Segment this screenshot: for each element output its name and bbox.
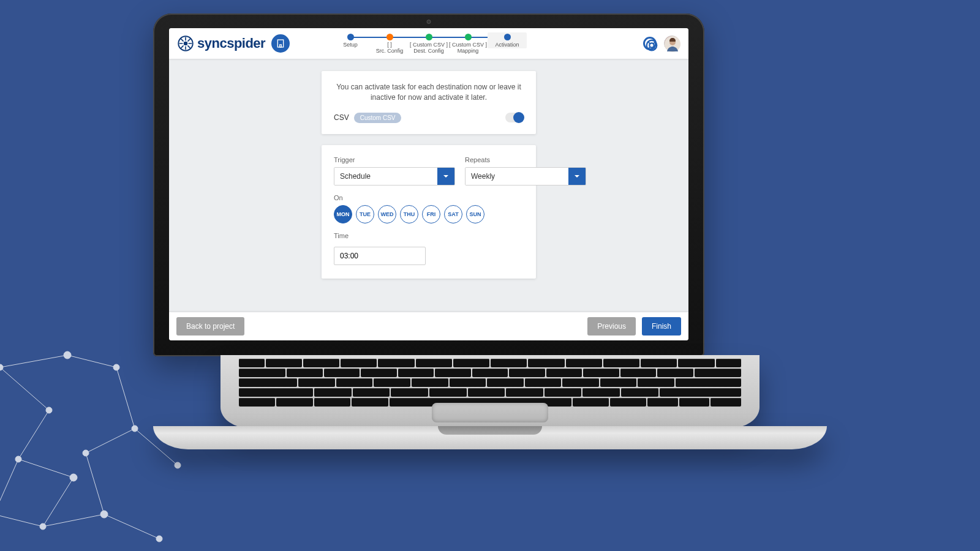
spider-icon [178,36,194,51]
svg-line-8 [67,355,116,367]
svg-point-23 [64,351,71,359]
trigger-select[interactable] [334,167,455,186]
svg-point-16 [15,456,21,462]
day-thu[interactable]: THU [400,205,418,223]
finish-button[interactable]: Finish [642,317,681,335]
svg-rect-42 [280,45,282,47]
laptop-keyboard [221,355,760,429]
step-label: Activation [495,42,519,48]
top-bar: syncspider Setup [ [169,28,688,59]
time-input[interactable] [334,247,426,265]
svg-point-17 [70,474,77,481]
wizard-stepper: Setup [ ] Src. Config [ Custom CSV ] Des… [331,32,527,54]
help-icon[interactable] [643,37,657,50]
destination-row: CSV Custom CSV [334,113,524,123]
back-to-project-button[interactable]: Back to project [176,317,244,335]
svg-point-25 [156,536,162,542]
svg-line-4 [43,514,104,527]
building-icon [276,39,285,48]
svg-line-46 [654,42,656,44]
time-label: Time [334,232,524,239]
day-picker: MON TUE WED THU FRI SAT SUN [334,205,524,223]
svg-line-35 [188,39,190,41]
svg-line-13 [0,514,43,527]
svg-point-24 [175,462,181,468]
svg-line-48 [654,47,656,50]
organization-button[interactable] [271,34,290,53]
activation-card: You can activate task for each destinati… [322,71,536,134]
svg-rect-37 [278,40,284,47]
on-label: On [334,194,524,201]
laptop-mockup: syncspider Setup [ [153,13,827,449]
svg-line-3 [43,478,74,527]
day-sun[interactable]: SUN [466,205,484,223]
step-label: Setup [343,42,358,48]
step-label: [ ] Src. Config [376,42,404,54]
svg-line-5 [86,453,104,514]
wizard-footer: Back to project Previous Finish [169,312,688,340]
trigger-field: Trigger [334,156,455,186]
avatar-icon [665,36,680,52]
chevron-down-icon [437,168,454,185]
repeats-value[interactable] [466,168,568,185]
content-area: You can activate task for each destinati… [169,59,688,312]
step-dest-config[interactable]: [ Custom CSV ] Dest. Config [409,32,448,54]
previous-button[interactable]: Previous [587,317,636,335]
svg-line-36 [181,46,183,48]
svg-line-1 [18,410,49,459]
svg-point-44 [649,43,654,47]
svg-point-20 [83,450,89,456]
repeats-label: Repeats [465,156,586,163]
step-mapping[interactable]: [ Custom CSV ] Mapping [448,32,488,54]
brand-logo[interactable]: syncspider [178,36,265,51]
trackpad [432,403,548,422]
svg-line-7 [116,367,135,429]
trigger-label: Trigger [334,156,455,163]
svg-point-28 [184,42,188,46]
day-mon[interactable]: MON [334,205,352,223]
step-setup[interactable]: Setup [331,32,370,48]
day-tue[interactable]: TUE [356,205,374,223]
step-label: [ Custom CSV ] Dest. Config [410,42,448,54]
svg-line-33 [181,39,183,41]
chevron-down-icon [568,168,586,185]
svg-line-45 [648,42,650,44]
svg-line-12 [0,459,18,514]
lifebuoy-icon [645,39,658,52]
day-wed[interactable]: WED [378,205,396,223]
step-activation[interactable]: Activation [488,32,527,48]
trigger-value[interactable] [334,168,437,185]
schedule-card: Trigger Repeats [322,145,536,279]
svg-line-9 [0,355,67,367]
svg-point-15 [46,407,52,413]
activation-headline: You can activate task for each destinati… [334,82,524,103]
destination-chip: Custom CSV [354,113,402,123]
destination-label: CSV [334,113,349,122]
svg-point-21 [132,425,138,432]
svg-point-18 [40,523,46,530]
svg-line-0 [0,367,49,410]
svg-point-22 [113,364,119,370]
svg-line-47 [648,47,650,50]
svg-line-34 [188,46,190,48]
brand-text: syncspider [197,36,265,51]
activation-toggle[interactable] [505,113,524,122]
laptop-base [153,426,827,449]
svg-line-2 [18,459,74,478]
webcam-dot [427,20,431,24]
svg-point-19 [100,511,108,518]
repeats-field: Repeats [465,156,586,186]
svg-line-6 [86,429,135,453]
day-fri[interactable]: FRI [422,205,440,223]
user-avatar[interactable] [664,36,680,51]
app-screen: syncspider Setup [ [169,28,688,340]
repeats-select[interactable] [465,167,586,186]
day-sat[interactable]: SAT [444,205,462,223]
svg-line-11 [104,514,159,539]
step-label: [ Custom CSV ] Mapping [449,42,487,54]
step-src-config[interactable]: [ ] Src. Config [370,32,409,54]
